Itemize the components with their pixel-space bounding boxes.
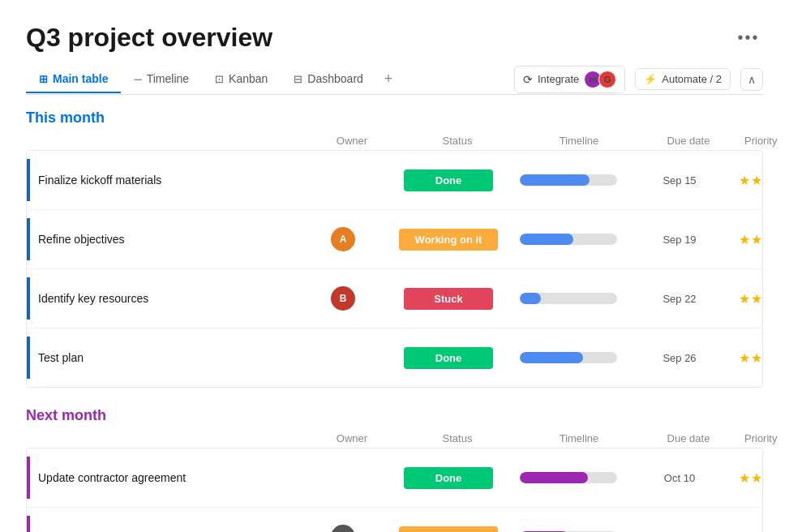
status-cell[interactable]: Working on it <box>384 224 513 255</box>
status-badge[interactable]: Working on it <box>399 229 499 251</box>
col-name-2 <box>36 432 311 444</box>
row-name-cell: Update contractor agreement <box>27 448 302 507</box>
row-border <box>27 159 30 201</box>
col-status: Status <box>392 135 522 147</box>
timeline-bar-fill <box>520 234 573 245</box>
kanban-icon: ⊡ <box>215 73 224 85</box>
star-filled: ★ <box>751 173 762 188</box>
tab-dashboard[interactable]: ⊟ Dashboard <box>281 66 376 93</box>
row-name-cell: Conduct a risk assessment <box>27 508 302 532</box>
due-date-cell: Sep 22 <box>627 288 732 310</box>
tab-kanban[interactable]: ⊡ Kanban <box>202 66 281 93</box>
automate-label: Automate / 2 <box>662 73 722 85</box>
row-border <box>27 516 30 532</box>
status-cell[interactable]: Done <box>384 342 513 374</box>
status-badge[interactable]: Done <box>404 467 493 489</box>
priority-cell[interactable]: ★★★★★ <box>732 345 763 371</box>
timeline-cell <box>513 467 627 488</box>
next-month-table: Update contractor agreement Done Oct 10 … <box>26 448 763 532</box>
star-filled: ★ <box>751 350 762 366</box>
this-month-header: This month <box>26 109 763 127</box>
table-row: Finalize kickoff materials Done Sep 15 ★… <box>27 151 762 210</box>
this-month-col-headers: Owner Status Timeline Due date Priority <box>26 131 763 150</box>
timeline-bar-fill <box>520 293 541 304</box>
integrate-label: Integrate <box>538 73 579 85</box>
owner-cell <box>302 473 384 483</box>
row-name-cell: Test plan <box>27 328 302 387</box>
timeline-icon: ─ <box>134 73 141 85</box>
star-filled: ★ <box>751 530 762 533</box>
col-name <box>36 135 311 147</box>
timeline-cell <box>513 229 627 250</box>
owner-cell <box>302 175 384 185</box>
row-name-cell: Identify key resources <box>27 269 302 328</box>
owner-cell: C <box>302 520 384 532</box>
row-task-name[interactable]: Finalize kickoff materials <box>38 174 161 187</box>
col-owner-2: Owner <box>311 432 392 444</box>
row-border <box>27 337 30 379</box>
page-title: Q3 project overview <box>26 23 272 53</box>
star-filled: ★ <box>751 470 762 486</box>
status-badge[interactable]: Done <box>404 169 493 191</box>
next-month-title: Next month <box>26 407 106 424</box>
status-cell[interactable]: Working on it <box>384 521 513 533</box>
title-row: Q3 project overview ••• <box>26 23 763 53</box>
col-priority: Priority <box>741 135 774 147</box>
timeline-bar-fill <box>520 472 588 483</box>
tab-timeline[interactable]: ─ Timeline <box>121 66 202 93</box>
timeline-bar-bg <box>520 352 617 363</box>
timeline-cell <box>513 347 627 368</box>
status-badge[interactable]: Done <box>404 347 493 369</box>
next-month-col-headers: Owner Status Timeline Due date Priority <box>26 429 763 448</box>
row-border <box>27 218 30 260</box>
integrate-icon: ⟳ <box>523 73 533 86</box>
table-icon: ⊞ <box>39 73 48 85</box>
col-timeline: Timeline <box>522 135 636 147</box>
timeline-cell <box>513 526 627 532</box>
main-page: Q3 project overview ••• ⊞ Main table ─ T… <box>0 0 789 532</box>
this-month-section: This month Owner Status Timeline Due dat… <box>26 109 763 388</box>
integrate-button[interactable]: ⟳ Integrate m G <box>514 66 625 93</box>
status-cell[interactable]: Done <box>384 462 513 494</box>
priority-cell[interactable]: ★★★★★ <box>732 286 763 311</box>
tab-main-table-label: Main table <box>53 72 108 85</box>
tab-main-table[interactable]: ⊞ Main table <box>26 66 121 93</box>
table-row: Identify key resources B Stuck Sep 22 <box>27 269 762 328</box>
status-badge[interactable]: Working on it <box>399 526 499 533</box>
collapse-button[interactable]: ∧ <box>740 68 763 91</box>
table-row: Test plan Done Sep 26 ★★★★★ <box>27 328 762 387</box>
star-filled: ★ <box>739 232 750 247</box>
row-task-name[interactable]: Update contractor agreement <box>38 471 186 484</box>
row-border <box>27 457 30 499</box>
row-border <box>27 277 30 320</box>
status-cell[interactable]: Done <box>384 165 513 196</box>
row-task-name[interactable]: Test plan <box>38 351 84 364</box>
due-date-cell: Sep 15 <box>627 169 732 191</box>
add-tab-button[interactable]: + <box>376 64 401 94</box>
priority-cell[interactable]: ★★★★★ <box>732 227 763 252</box>
more-options-button[interactable]: ••• <box>734 24 763 53</box>
owner-cell: B <box>302 281 384 315</box>
timeline-bar-bg <box>520 293 617 304</box>
next-month-section: Next month Owner Status Timeline Due dat… <box>26 407 763 532</box>
owner-cell <box>302 353 384 363</box>
due-date-cell: Sep 19 <box>627 229 732 251</box>
star-filled: ★ <box>739 350 750 366</box>
row-task-name[interactable]: Identify key resources <box>38 292 148 305</box>
owner-avatar: A <box>331 227 355 251</box>
star-filled: ★ <box>751 291 762 307</box>
status-badge[interactable]: Stuck <box>404 288 493 310</box>
tabs-bar: ⊞ Main table ─ Timeline ⊡ Kanban ⊟ Dashb… <box>26 64 763 95</box>
status-cell[interactable]: Stuck <box>384 283 513 315</box>
timeline-bar-bg <box>520 234 617 245</box>
priority-cell[interactable]: ★★★★★ <box>732 466 763 491</box>
owner-avatar: B <box>331 286 355 311</box>
priority-cell[interactable]: ★★★★★ <box>732 525 763 533</box>
table-row: Refine objectives A Working on it Sep 19 <box>27 210 762 269</box>
automate-button[interactable]: ⚡ Automate / 2 <box>635 68 731 90</box>
due-date-cell: Oct 13 <box>627 526 732 533</box>
priority-cell[interactable]: ★★★★★ <box>732 168 763 193</box>
owner-cell: A <box>302 222 384 256</box>
timeline-cell <box>513 169 627 191</box>
row-task-name[interactable]: Refine objectives <box>38 233 125 246</box>
